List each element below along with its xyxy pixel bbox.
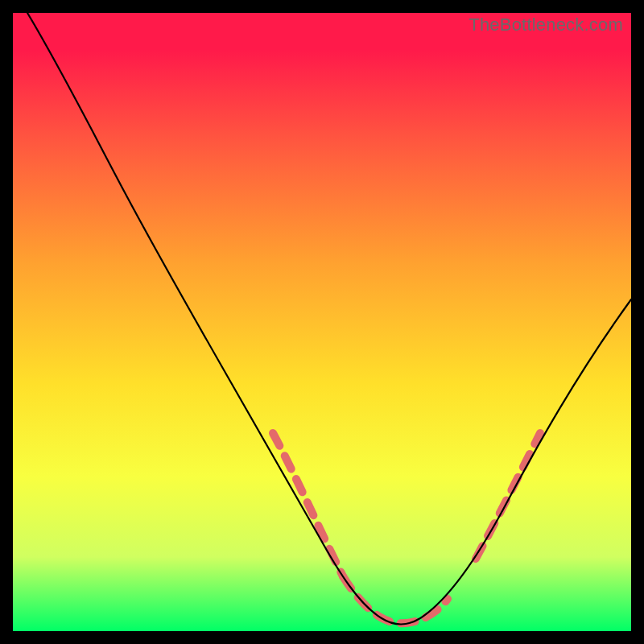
highlight-left-segment [273,433,343,576]
highlight-floor-segment [343,576,448,623]
chart-frame: TheBottleneck.com [0,0,644,644]
chart-plot-area: TheBottleneck.com [13,13,631,631]
bottleneck-curve [27,13,631,625]
chart-svg [13,13,631,631]
